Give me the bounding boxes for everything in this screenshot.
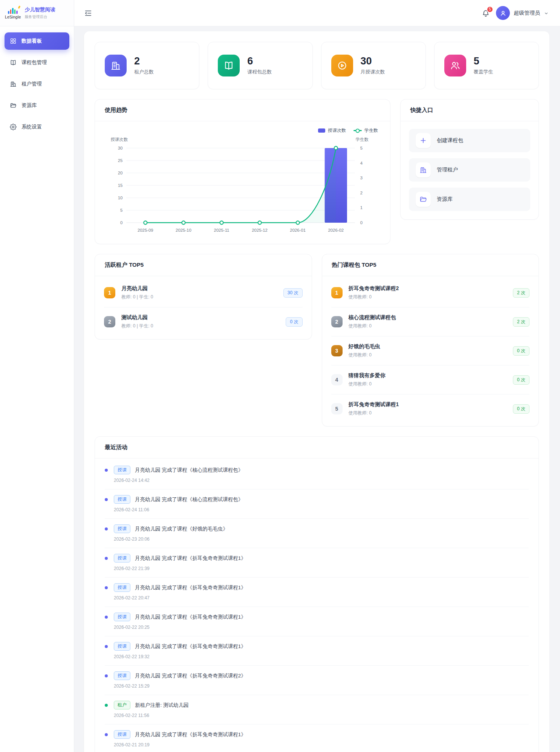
activity-time: 2026-02-23 20:06 (114, 536, 529, 542)
stat-label: 月授课次数 (361, 69, 385, 75)
chart-point (296, 221, 300, 225)
activity-row: 授课 月亮幼儿园 完成了课程《核心流程测试课程包》 2026-02-24 14:… (105, 460, 529, 489)
rank-info: 猜猜我有多爱你 使用教师: 0 (349, 372, 513, 387)
right-axis-tick: 4 (360, 161, 363, 165)
activity-line: 授课 月亮幼儿园 完成了课程《折耳兔奇奇测试课程1》 (105, 613, 529, 621)
hot-courses-list: 1 折耳兔奇奇测试课程2 使用教师: 0 2 次 2 核心流程测试课程包 使用教… (322, 276, 539, 426)
sidebar-item-label: 数据看板 (21, 38, 42, 44)
quick-entry-title: 快捷入口 (401, 99, 539, 121)
usage-count-pill: 0 次 (513, 346, 529, 356)
sidebar-item-label: 系统设置 (21, 124, 42, 130)
usage-count-pill: 2 次 (513, 317, 529, 327)
app-title-block: 少儿智慧阅读 服务管理后台 (24, 6, 55, 20)
rank-subtext: 使用教师: 0 (349, 410, 513, 416)
quick-entry-label: 创建课程包 (437, 137, 463, 144)
recent-activity-title: 最近活动 (95, 437, 539, 459)
building-icon (416, 162, 431, 177)
chart-point (144, 221, 147, 225)
recent-activity-card: 最近活动 授课 月亮幼儿园 完成了课程《核心流程测试课程包》 2026-02-2… (95, 436, 539, 752)
rank-subtext: 使用教师: 0 (349, 323, 513, 329)
activity-row: 授课 月亮幼儿园 完成了课程《核心流程测试课程包》 2026-02-24 11:… (105, 489, 529, 519)
sidebar-item-icon (10, 102, 17, 109)
usage-count-pill: 30 次 (283, 288, 303, 298)
activity-row: 授课 月亮幼儿园 完成了课程《折耳兔奇奇测试课程1》 2026-02-22 21… (105, 548, 529, 578)
x-axis-label: 2026-01 (290, 228, 306, 232)
rank-name: 月亮幼儿园 (121, 285, 283, 292)
activity-text: 月亮幼儿园 完成了课程《折耳兔奇奇测试课程1》 (135, 643, 246, 650)
activity-type-badge: 授课 (114, 730, 130, 739)
quick-entry-resource-library[interactable]: 资源库 (409, 188, 530, 211)
quick-entry-label: 资源库 (437, 196, 453, 203)
activity-row: 授课 月亮幼儿园 完成了课程《折耳兔奇奇测试课程1》 2026-02-21 20… (105, 724, 529, 752)
rank-name: 折耳兔奇奇测试课程2 (349, 285, 513, 292)
stat-label: 课程包总数 (247, 69, 272, 75)
top5-row: 活跃租户 TOP5 1 月亮幼儿园 教师: 0 | 学生: 0 30 次 2 测… (95, 254, 539, 426)
active-tenants-title: 活跃租户 TOP5 (95, 254, 312, 276)
activity-dot (105, 557, 108, 560)
rank-name: 核心流程测试课程包 (349, 314, 513, 321)
activity-dot (105, 645, 108, 648)
rank-row: 4 猜猜我有多爱你 使用教师: 0 0 次 (331, 365, 530, 394)
activity-time: 2026-02-24 14:42 (114, 478, 529, 483)
chart-point (258, 221, 262, 225)
user-menu[interactable]: 超级管理员 (496, 6, 549, 20)
left-axis-tick: 15 (118, 183, 123, 188)
rank-name: 折耳兔奇奇测试课程1 (349, 401, 513, 408)
activity-text: 月亮幼儿园 完成了课程《核心流程测试课程包》 (135, 467, 243, 474)
avatar (496, 6, 510, 20)
legend-item-students[interactable]: 学生数 (353, 127, 378, 134)
sidebar-item-dashboard[interactable]: 数据看板 (5, 32, 69, 50)
notification-badge: 5 (487, 6, 493, 13)
activity-time: 2026-02-22 21:39 (114, 566, 529, 571)
x-axis-label: 2025-09 (138, 228, 153, 232)
sidebar-collapse-icon[interactable] (84, 9, 92, 17)
sidebar-item-label: 资源库 (21, 102, 37, 109)
quick-entry-create-course-package[interactable]: 创建课程包 (409, 129, 530, 152)
topbar: 5 超级管理员 (74, 0, 560, 26)
rank-info: 折耳兔奇奇测试课程1 使用教师: 0 (349, 401, 513, 416)
usage-trend-title: 使用趋势 (95, 99, 390, 121)
users-icon (444, 55, 466, 76)
left-axis-tick: 25 (118, 158, 123, 163)
left-axis-title: 授课次数 (111, 137, 128, 142)
app-subtitle: 服务管理后台 (24, 14, 55, 20)
rank-subtext: 教师: 0 | 学生: 0 (121, 294, 283, 300)
right-axis-tick: 3 (360, 176, 363, 180)
activity-line: 授课 月亮幼儿园 完成了课程《折耳兔奇奇测试课程2》 (105, 671, 529, 680)
activity-type-badge: 授课 (114, 554, 130, 562)
chart-point (182, 221, 185, 225)
stat-card: 5 覆盖学生 (434, 42, 539, 89)
sidebar-item-resources[interactable]: 资源库 (5, 97, 69, 114)
notification-bell-icon[interactable]: 5 (481, 9, 490, 18)
rank-row: 1 折耳兔奇奇测试课程2 使用教师: 0 2 次 (331, 278, 530, 307)
rank-badge: 2 (104, 316, 115, 327)
quick-entry-manage-tenants[interactable]: 管理租户 (409, 158, 530, 182)
recent-activity-list: 授课 月亮幼儿园 完成了课程《核心流程测试课程包》 2026-02-24 14:… (95, 459, 539, 752)
stat-texts: 5 覆盖学生 (474, 56, 493, 75)
usage-chart-svg: 051015202530012345授课次数学生数2025-092025-102… (105, 135, 380, 238)
activity-text: 月亮幼儿园 完成了课程《折耳兔奇奇测试课程1》 (135, 584, 246, 591)
usage-chart-body: 授课次数 学生数 051015202530012345授课次数学生数2025-0… (95, 121, 390, 244)
legend-item-lessons[interactable]: 授课次数 (318, 127, 346, 134)
rank-name: 测试幼儿园 (121, 314, 286, 321)
chevron-down-icon (544, 11, 549, 15)
sidebar-item-settings[interactable]: 系统设置 (5, 118, 69, 136)
rank-row: 3 好饿的毛毛虫 使用教师: 0 0 次 (331, 336, 530, 365)
stat-value: 5 (474, 56, 493, 67)
sidebar-item-course-packages[interactable]: 课程包管理 (5, 54, 69, 71)
stat-label: 覆盖学生 (474, 69, 493, 75)
activity-text: 月亮幼儿园 完成了课程《折耳兔奇奇测试课程1》 (135, 731, 246, 738)
usage-count-pill: 0 次 (513, 375, 529, 385)
stat-texts: 6 课程包总数 (247, 56, 272, 75)
activity-time: 2026-02-22 19:32 (114, 654, 529, 659)
activity-type-badge: 授课 (114, 671, 130, 680)
rank-name: 猜猜我有多爱你 (349, 372, 513, 379)
activity-time: 2026-02-22 11:56 (114, 713, 529, 718)
plus-icon (416, 133, 431, 148)
activity-line: 租户 新租户注册: 测试幼儿园 (105, 701, 529, 709)
activity-row: 授课 月亮幼儿园 完成了课程《折耳兔奇奇测试课程1》 2026-02-22 20… (105, 607, 529, 636)
activity-dot (105, 733, 108, 736)
x-axis-label: 2025-12 (252, 228, 268, 232)
sidebar-item-tenants[interactable]: 租户管理 (5, 75, 69, 93)
rank-row: 2 测试幼儿园 教师: 0 | 学生: 0 0 次 (104, 307, 303, 336)
